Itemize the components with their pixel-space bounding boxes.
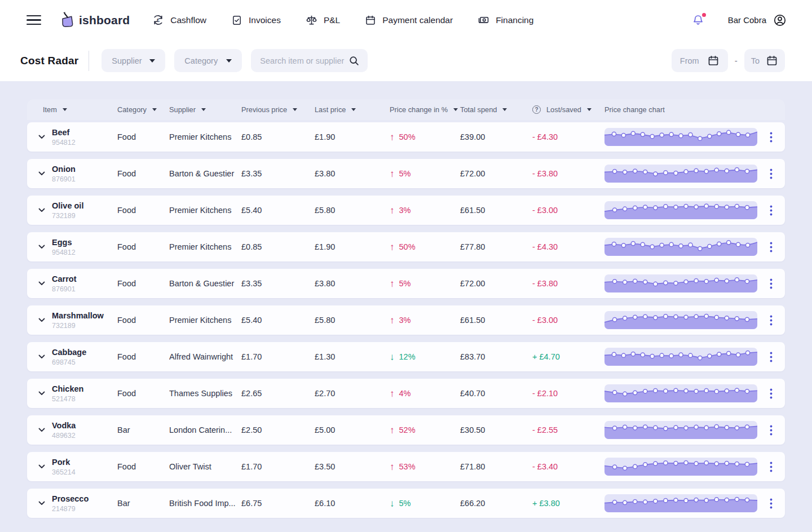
last-price: £1.90 <box>315 132 390 141</box>
item-name: Chicken <box>52 384 117 393</box>
row-expand-button[interactable] <box>38 171 52 176</box>
row-expand-button[interactable] <box>38 318 52 322</box>
row-expand-button[interactable] <box>38 501 52 506</box>
notifications-button[interactable] <box>692 14 704 26</box>
row-menu-button[interactable] <box>765 312 777 329</box>
nav-item-cashflow[interactable]: £ Cashflow <box>152 14 206 26</box>
row-menu-button[interactable] <box>765 495 777 512</box>
row-menu-button[interactable] <box>765 239 777 255</box>
price-change-chart <box>604 421 757 439</box>
item-supplier: Oliver Twist <box>169 462 241 471</box>
category-filter-dropdown[interactable]: Category <box>174 49 242 72</box>
price-change: ↑ 5% <box>390 169 460 179</box>
nav-item-financing[interactable]: Financing <box>478 14 533 26</box>
price-change: ↓ 12% <box>390 352 460 362</box>
kebab-menu-icon <box>770 352 773 362</box>
column-header-item[interactable]: Item <box>38 105 117 114</box>
supplier-filter-dropdown[interactable]: Supplier <box>102 49 165 72</box>
date-to-picker[interactable]: To <box>744 49 785 72</box>
row-menu-button[interactable] <box>765 166 777 182</box>
row-menu-button[interactable] <box>765 129 777 145</box>
column-header-previous-price[interactable]: Previous price <box>241 105 315 114</box>
sparkline-chart <box>604 238 757 256</box>
row-menu-button[interactable] <box>765 276 777 292</box>
item-supplier: London Caterin... <box>169 425 241 435</box>
sparkline-chart <box>604 421 757 439</box>
kebab-menu-icon <box>770 462 773 472</box>
item-category: Food <box>117 352 169 361</box>
search-icon[interactable] <box>348 55 360 66</box>
item-id: 954812 <box>52 139 117 147</box>
date-from-picker[interactable]: From <box>672 49 728 72</box>
row-expand-button[interactable] <box>38 281 52 286</box>
column-header-last-price[interactable]: Last price <box>315 105 390 114</box>
last-price: £3.80 <box>315 169 390 178</box>
row-menu-button[interactable] <box>765 422 777 438</box>
cost-radar-table: Item Category Supplier Previous price La… <box>0 81 812 518</box>
sparkline-chart <box>604 384 757 402</box>
row-menu-button[interactable] <box>765 349 777 365</box>
row-expand-button[interactable] <box>38 354 52 359</box>
column-header-price-change[interactable]: Price change in % <box>390 105 460 114</box>
price-change: ↑ 4% <box>390 389 460 398</box>
nav-label: Invoices <box>249 15 281 25</box>
search-input[interactable] <box>260 56 348 65</box>
table-row: Olive oil 732189 Food Premier Kitchens £… <box>27 196 785 225</box>
column-header-supplier[interactable]: Supplier <box>169 105 241 114</box>
column-label: Item <box>43 105 57 114</box>
nav-item-pnl[interactable]: P&L <box>306 14 340 26</box>
help-icon[interactable]: ? <box>532 105 541 114</box>
price-change-chart <box>604 348 757 366</box>
previous-price: £3.35 <box>241 279 315 288</box>
brand-logo[interactable]: ishboard <box>59 11 130 30</box>
notification-badge <box>702 13 706 17</box>
column-header-lost-saved[interactable]: ? Lost/saved <box>532 105 604 114</box>
pnl-scales-icon <box>306 14 317 26</box>
price-change-value: 3% <box>399 206 411 215</box>
kebab-menu-icon <box>770 169 773 179</box>
table-row: Beef 954812 Food Premier Kitchens £0.85 … <box>27 122 785 152</box>
row-expand-button[interactable] <box>38 464 52 469</box>
trend-up-icon: ↑ <box>390 169 395 179</box>
row-menu-button[interactable] <box>765 459 777 475</box>
row-menu-button[interactable] <box>765 385 777 402</box>
item-cell: Cabbage 698745 <box>52 348 117 366</box>
user-menu[interactable]: Bar Cobra <box>728 14 787 27</box>
price-change-chart <box>604 165 757 183</box>
hamburger-menu-button[interactable] <box>25 13 42 28</box>
row-expand-button[interactable] <box>38 245 52 249</box>
previous-price: £2.50 <box>241 425 315 435</box>
row-expand-button[interactable] <box>38 208 52 212</box>
row-expand-button[interactable] <box>38 135 52 139</box>
total-spend: £30.50 <box>460 425 532 435</box>
divider <box>89 51 89 71</box>
item-cell: Eggs 954812 <box>52 238 117 256</box>
table-row: Chicken 521478 Food Thames Supplies £2.6… <box>27 379 785 408</box>
brand-name: ishboard <box>79 14 130 27</box>
table-row: Onion 876901 Food Barton & Guestier £3.3… <box>27 159 785 188</box>
row-expand-button[interactable] <box>38 428 52 432</box>
avatar-icon <box>773 14 787 27</box>
nav-item-payment-calendar[interactable]: Payment calendar <box>365 15 453 26</box>
column-header-total-spend[interactable]: Total spend <box>460 105 532 114</box>
trend-up-icon: ↑ <box>390 279 395 289</box>
row-menu-button[interactable] <box>765 202 777 219</box>
item-supplier: Premier Kitchens <box>169 242 241 251</box>
row-expand-button[interactable] <box>38 391 52 396</box>
price-change-value: 5% <box>399 169 411 178</box>
price-change-chart <box>604 494 757 512</box>
lost-saved-value: - £4.30 <box>532 132 604 141</box>
item-category: Food <box>117 316 169 325</box>
sparkline-chart <box>604 201 757 219</box>
lost-saved-value: - £2.55 <box>532 425 604 435</box>
trend-up-icon: ↑ <box>390 242 395 252</box>
price-change: ↓ 5% <box>390 499 460 508</box>
nav-item-invoices[interactable]: Invoices <box>231 15 281 26</box>
column-label: Total spend <box>460 105 497 114</box>
item-name: Prosecco <box>52 494 117 503</box>
last-price: £6.10 <box>315 499 390 508</box>
column-header-category[interactable]: Category <box>117 105 169 114</box>
calendar-icon <box>707 55 720 67</box>
last-price: £5.80 <box>315 316 390 325</box>
lost-saved-value: - £3.40 <box>532 462 604 471</box>
